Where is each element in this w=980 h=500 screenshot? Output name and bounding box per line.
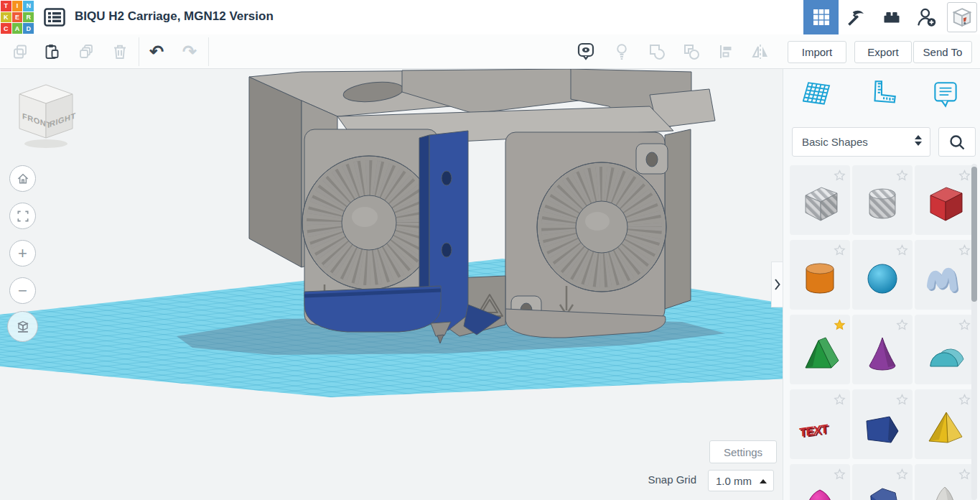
favorite-star-icon[interactable] (896, 394, 908, 406)
favorite-star-icon[interactable] (834, 394, 846, 406)
fit-view-button[interactable] (9, 203, 36, 229)
undo-button[interactable]: ↶ (144, 39, 169, 65)
ungroup-button[interactable] (678, 39, 704, 65)
ruler-tool-button[interactable] (866, 78, 899, 111)
shape-tile-cylinder[interactable] (790, 240, 850, 310)
undo-icon: ↶ (149, 43, 164, 60)
app-header: TINKERCAD BIQU H2 Carriage, MGN12 Versio… (0, 0, 980, 34)
sim-lab-button[interactable] (947, 2, 977, 32)
favorite-star-icon[interactable] (958, 170, 971, 182)
import-button[interactable]: Import (788, 41, 846, 63)
show-hide-eye-icon (577, 42, 595, 62)
select-updown-icon (915, 135, 922, 146)
shape-tile-text[interactable]: TEXT TEXT (790, 389, 850, 459)
shape-tile-roof[interactable] (790, 315, 850, 384)
favorite-star-icon[interactable] (896, 319, 908, 331)
group-icon (648, 42, 666, 61)
snap-grid-label: Snap Grid (617, 473, 696, 486)
shape-tile-cone-soft[interactable] (915, 464, 975, 500)
favorite-star-icon[interactable] (958, 244, 971, 256)
shape-tile-pyramid[interactable] (915, 389, 975, 459)
shape-tile-cylinder-hole[interactable] (852, 165, 913, 235)
viewport-3d[interactable]: FRONT RIGHT + − Settings Snap Grid 1.0 m… (0, 69, 783, 500)
redo-button[interactable]: ↷ (177, 39, 202, 65)
shape-tile-box-hole[interactable] (790, 165, 850, 235)
panel-scrollbar[interactable] (971, 164, 977, 500)
duplicate-button[interactable] (73, 39, 99, 65)
zoom-out-button[interactable]: − (9, 277, 36, 304)
edit-toolbar: ↶ ↷ Impo (0, 34, 980, 69)
favorite-star-icon[interactable] (958, 319, 971, 331)
favorite-star-icon[interactable] (896, 468, 908, 481)
shape-tile-box[interactable] (915, 165, 975, 235)
copy-icon (11, 43, 29, 60)
pyramid-shape (922, 404, 968, 450)
favorite-star-icon[interactable] (834, 468, 846, 481)
shape-tile-paraboloid[interactable] (790, 464, 850, 500)
home-view-button[interactable] (9, 165, 36, 192)
design-menu-button[interactable] (42, 6, 67, 29)
person-plus-icon (916, 6, 938, 28)
brick-export-button[interactable] (874, 0, 909, 34)
settings-button[interactable]: Settings (709, 440, 777, 463)
export-button[interactable]: Export (854, 41, 912, 63)
panel-scrollbar-thumb[interactable] (971, 167, 977, 302)
chevron-right-icon (774, 279, 780, 290)
tinkercad-logo[interactable]: TINKERCAD (0, 0, 34, 34)
shape-tile-wedge[interactable] (852, 389, 913, 459)
favorite-star-icon[interactable] (896, 244, 908, 256)
favorite-star-icon[interactable] (896, 170, 908, 182)
copy-button[interactable] (7, 39, 33, 65)
favorite-star-icon[interactable] (834, 170, 846, 182)
favorite-star-icon[interactable] (958, 468, 971, 481)
polygon-shape (859, 478, 905, 500)
shape-search-button[interactable] (938, 127, 976, 157)
light-bulb-button[interactable] (609, 39, 635, 65)
dashboard-grid-icon (812, 8, 831, 27)
show-hide-button[interactable] (573, 39, 599, 65)
dashboard-tab[interactable] (803, 0, 839, 34)
zoom-in-button[interactable]: + (9, 240, 36, 267)
shape-tile-scribble[interactable] (915, 240, 975, 310)
model-3d[interactable] (249, 69, 715, 343)
favorite-star-icon[interactable] (958, 394, 971, 406)
logo-letter-tile: R (23, 12, 34, 23)
shape-tile-cone[interactable] (852, 315, 913, 384)
perspective-toggle-button[interactable] (7, 311, 38, 342)
paste-icon (43, 43, 60, 60)
logo-letter-tile: K (1, 12, 11, 23)
logo-letter-tile: E (12, 12, 23, 23)
box-shape (922, 180, 968, 226)
snap-grid-select[interactable]: 1.0 mm (708, 470, 774, 491)
perspective-cube-icon (15, 319, 31, 335)
delete-button[interactable] (107, 39, 133, 65)
shape-category-select[interactable]: Basic Shapes (792, 127, 930, 157)
view-cube[interactable]: FRONT RIGHT (13, 80, 79, 152)
cylinder-hole-shape (859, 180, 905, 226)
zoom-in-icon: + (18, 244, 27, 263)
notes-tool-button[interactable] (929, 78, 962, 111)
snap-grid-arrow-icon (760, 479, 767, 483)
shape-tile-round-roof[interactable] (915, 315, 975, 384)
favorite-star-icon-active[interactable] (834, 319, 846, 331)
scribble-shape (922, 254, 968, 300)
wedge-shape (859, 404, 905, 450)
send-to-button[interactable]: Send To (913, 41, 972, 63)
panel-collapse-handle[interactable] (771, 261, 783, 307)
duplicate-icon (78, 43, 95, 60)
text-shape: TEXT TEXT (797, 404, 843, 450)
design-menu-icon (44, 8, 65, 27)
shape-tile-sphere[interactable] (852, 240, 913, 310)
workplane-tool-button[interactable] (803, 78, 836, 111)
invite-people-button[interactable] (909, 0, 944, 34)
minecraft-export-button[interactable] (839, 0, 874, 34)
group-button[interactable] (644, 39, 670, 65)
logo-letter-tile: T (1, 1, 11, 11)
shape-tile-polygon[interactable] (852, 464, 913, 500)
favorite-star-icon[interactable] (834, 244, 846, 256)
mirror-button[interactable] (747, 39, 773, 65)
align-button[interactable] (713, 39, 739, 65)
logo-letter-tile: I (12, 1, 23, 11)
mirror-icon (751, 43, 770, 60)
paste-button[interactable] (39, 39, 65, 65)
